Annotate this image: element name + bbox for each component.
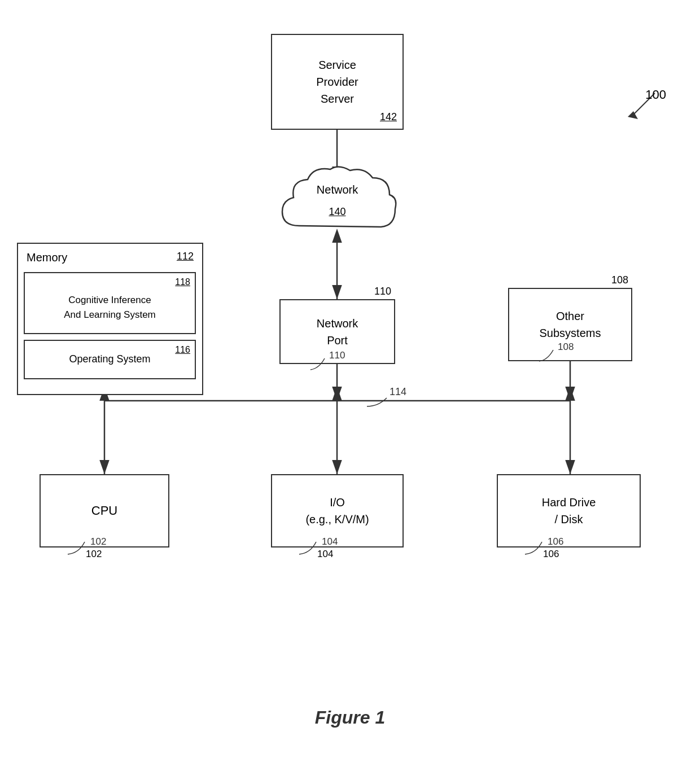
service-provider-box: Service Provider Server 142	[271, 34, 404, 130]
ref-100-group: 100	[615, 87, 666, 124]
network-port-label: Network Port	[317, 315, 358, 349]
svg-text:106: 106	[548, 536, 563, 547]
memory-box: Memory 112 118 Cognitive Inference And L…	[17, 243, 203, 395]
svg-text:102: 102	[90, 536, 106, 547]
figure-title: Figure 1	[315, 707, 385, 728]
cpu-ref-arrow: 102	[40, 531, 152, 559]
os-ref-arrow: 108	[508, 339, 587, 367]
figure-caption: Figure 1	[0, 707, 700, 728]
network-ref: 140	[277, 206, 398, 218]
hd-ref-arrow: 106	[497, 531, 610, 559]
svg-text:114: 114	[390, 386, 406, 397]
memory-ref: 112	[177, 249, 194, 264]
os-label: Operating System	[69, 352, 150, 366]
other-subsystems-ref: 108	[611, 273, 628, 287]
cognitive-ref: 118	[175, 276, 190, 288]
cognitive-label: Cognitive Inference And Learning System	[64, 284, 156, 322]
svg-text:110: 110	[329, 350, 345, 361]
np-ref-arrow: 110	[279, 347, 358, 375]
hard-drive-label: Hard Drive / Disk	[542, 494, 596, 528]
cognitive-box: 118 Cognitive Inference And Learning Sys…	[24, 272, 196, 334]
service-provider-ref: 142	[380, 110, 397, 124]
ref-100: 100	[645, 87, 666, 102]
io-label: I/O (e.g., K/V/M)	[305, 494, 369, 528]
io-ref-arrow: 104	[271, 531, 384, 559]
svg-text:108: 108	[558, 341, 574, 352]
cpu-label: CPU	[91, 502, 117, 520]
service-provider-label: Service Provider Server	[316, 56, 358, 107]
memory-label: Memory	[27, 249, 67, 265]
operating-system-box: 116 Operating System	[24, 340, 196, 379]
os-ref: 116	[175, 344, 190, 356]
network-port-ref: 110	[374, 284, 391, 299]
diagram-container: 114 Service Provider Server 142 Network …	[0, 0, 700, 734]
svg-text:104: 104	[322, 536, 338, 547]
network-label: Network	[277, 183, 398, 196]
network-cloud: Network 140	[277, 164, 398, 248]
other-subsystems-label: Other Subsystems	[540, 308, 601, 341]
